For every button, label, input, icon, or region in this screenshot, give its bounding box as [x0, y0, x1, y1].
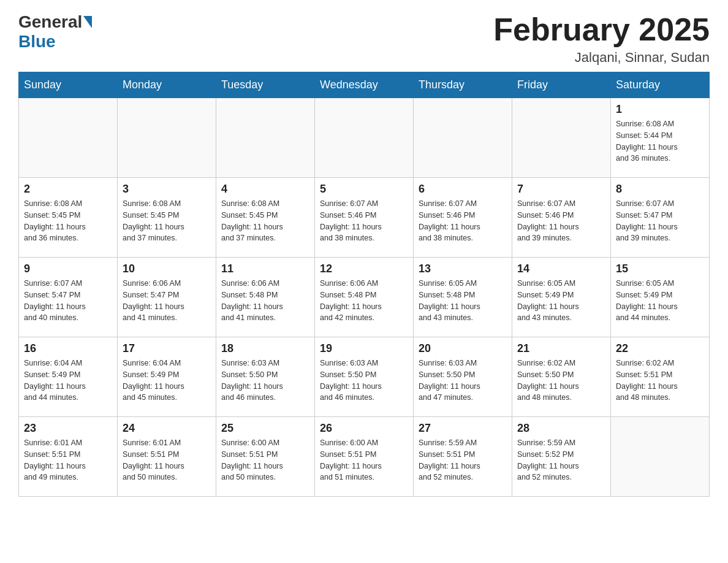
day-info: Sunrise: 6:05 AM Sunset: 5:48 PM Dayligh…	[419, 278, 507, 324]
calendar-empty-cell	[19, 98, 118, 178]
logo-triangle-icon	[83, 16, 92, 28]
day-number: 16	[24, 342, 112, 355]
calendar-day-11: 11Sunrise: 6:06 AM Sunset: 5:48 PM Dayli…	[216, 258, 315, 337]
column-header-monday: Monday	[118, 72, 216, 98]
day-info: Sunrise: 6:04 AM Sunset: 5:49 PM Dayligh…	[24, 358, 112, 404]
page-header: General Blue February 2025 Jalqani, Sinn…	[18, 12, 710, 66]
calendar-empty-cell	[315, 98, 414, 178]
day-number: 10	[123, 262, 211, 275]
calendar-day-26: 26Sunrise: 6:00 AM Sunset: 5:51 PM Dayli…	[315, 417, 414, 497]
calendar-day-21: 21Sunrise: 6:02 AM Sunset: 5:50 PM Dayli…	[512, 337, 611, 417]
day-number: 13	[419, 262, 507, 275]
day-info: Sunrise: 6:07 AM Sunset: 5:46 PM Dayligh…	[517, 198, 605, 244]
day-number: 17	[123, 342, 211, 355]
calendar-week-row: 1Sunrise: 6:08 AM Sunset: 5:44 PM Daylig…	[19, 98, 710, 178]
day-info: Sunrise: 6:05 AM Sunset: 5:49 PM Dayligh…	[517, 278, 605, 324]
day-number: 26	[320, 422, 408, 435]
calendar-empty-cell	[118, 98, 216, 178]
day-info: Sunrise: 6:06 AM Sunset: 5:48 PM Dayligh…	[320, 278, 408, 324]
day-info: Sunrise: 6:01 AM Sunset: 5:51 PM Dayligh…	[123, 437, 211, 483]
day-info: Sunrise: 6:08 AM Sunset: 5:44 PM Dayligh…	[616, 118, 704, 164]
day-number: 6	[419, 183, 507, 196]
calendar-day-6: 6Sunrise: 6:07 AM Sunset: 5:46 PM Daylig…	[414, 178, 512, 258]
day-info: Sunrise: 6:06 AM Sunset: 5:48 PM Dayligh…	[221, 278, 309, 324]
column-header-friday: Friday	[512, 72, 611, 98]
calendar-week-row: 2Sunrise: 6:08 AM Sunset: 5:45 PM Daylig…	[19, 178, 710, 258]
column-header-tuesday: Tuesday	[216, 72, 315, 98]
calendar-day-10: 10Sunrise: 6:06 AM Sunset: 5:47 PM Dayli…	[118, 258, 216, 337]
day-number: 18	[221, 342, 309, 355]
logo-blue-text: Blue	[18, 32, 56, 52]
day-number: 8	[616, 183, 704, 196]
column-header-thursday: Thursday	[414, 72, 512, 98]
logo-general-text: General	[18, 12, 82, 32]
calendar-week-row: 23Sunrise: 6:01 AM Sunset: 5:51 PM Dayli…	[19, 417, 710, 497]
day-info: Sunrise: 6:00 AM Sunset: 5:51 PM Dayligh…	[320, 437, 408, 483]
calendar-day-18: 18Sunrise: 6:03 AM Sunset: 5:50 PM Dayli…	[216, 337, 315, 417]
day-info: Sunrise: 6:00 AM Sunset: 5:51 PM Dayligh…	[221, 437, 309, 483]
day-number: 4	[221, 183, 309, 196]
day-info: Sunrise: 6:01 AM Sunset: 5:51 PM Dayligh…	[24, 437, 112, 483]
day-number: 25	[221, 422, 309, 435]
day-info: Sunrise: 6:02 AM Sunset: 5:50 PM Dayligh…	[517, 358, 605, 404]
day-number: 19	[320, 342, 408, 355]
calendar-empty-cell	[414, 98, 512, 178]
day-info: Sunrise: 5:59 AM Sunset: 5:51 PM Dayligh…	[419, 437, 507, 483]
calendar-header-row: SundayMondayTuesdayWednesdayThursdayFrid…	[19, 72, 710, 98]
calendar-day-28: 28Sunrise: 5:59 AM Sunset: 5:52 PM Dayli…	[512, 417, 611, 497]
calendar-day-27: 27Sunrise: 5:59 AM Sunset: 5:51 PM Dayli…	[414, 417, 512, 497]
calendar-day-20: 20Sunrise: 6:03 AM Sunset: 5:50 PM Dayli…	[414, 337, 512, 417]
day-info: Sunrise: 6:08 AM Sunset: 5:45 PM Dayligh…	[123, 198, 211, 244]
day-info: Sunrise: 6:03 AM Sunset: 5:50 PM Dayligh…	[320, 358, 408, 404]
calendar-day-9: 9Sunrise: 6:07 AM Sunset: 5:47 PM Daylig…	[19, 258, 118, 337]
logo: General Blue	[18, 12, 93, 52]
day-info: Sunrise: 6:07 AM Sunset: 5:47 PM Dayligh…	[616, 198, 704, 244]
day-number: 9	[24, 262, 112, 275]
title-section: February 2025 Jalqani, Sinnar, Sudan	[493, 12, 710, 66]
day-number: 22	[616, 342, 704, 355]
calendar-day-2: 2Sunrise: 6:08 AM Sunset: 5:45 PM Daylig…	[19, 178, 118, 258]
day-info: Sunrise: 6:07 AM Sunset: 5:46 PM Dayligh…	[320, 198, 408, 244]
month-year-title: February 2025	[493, 12, 710, 47]
day-number: 21	[517, 342, 605, 355]
calendar-week-row: 16Sunrise: 6:04 AM Sunset: 5:49 PM Dayli…	[19, 337, 710, 417]
day-info: Sunrise: 6:07 AM Sunset: 5:46 PM Dayligh…	[419, 198, 507, 244]
day-number: 11	[221, 262, 309, 275]
calendar-day-4: 4Sunrise: 6:08 AM Sunset: 5:45 PM Daylig…	[216, 178, 315, 258]
day-info: Sunrise: 6:08 AM Sunset: 5:45 PM Dayligh…	[221, 198, 309, 244]
day-number: 28	[517, 422, 605, 435]
day-number: 27	[419, 422, 507, 435]
calendar-day-7: 7Sunrise: 6:07 AM Sunset: 5:46 PM Daylig…	[512, 178, 611, 258]
calendar-empty-cell	[216, 98, 315, 178]
calendar-day-3: 3Sunrise: 6:08 AM Sunset: 5:45 PM Daylig…	[118, 178, 216, 258]
day-number: 3	[123, 183, 211, 196]
calendar-day-5: 5Sunrise: 6:07 AM Sunset: 5:46 PM Daylig…	[315, 178, 414, 258]
day-info: Sunrise: 5:59 AM Sunset: 5:52 PM Dayligh…	[517, 437, 605, 483]
day-number: 1	[616, 103, 704, 116]
calendar-day-16: 16Sunrise: 6:04 AM Sunset: 5:49 PM Dayli…	[19, 337, 118, 417]
day-info: Sunrise: 6:08 AM Sunset: 5:45 PM Dayligh…	[24, 198, 112, 244]
calendar-empty-cell	[512, 98, 611, 178]
day-number: 7	[517, 183, 605, 196]
calendar-empty-cell	[611, 417, 710, 497]
calendar-day-19: 19Sunrise: 6:03 AM Sunset: 5:50 PM Dayli…	[315, 337, 414, 417]
calendar-day-1: 1Sunrise: 6:08 AM Sunset: 5:44 PM Daylig…	[611, 98, 710, 178]
day-info: Sunrise: 6:03 AM Sunset: 5:50 PM Dayligh…	[221, 358, 309, 404]
day-number: 5	[320, 183, 408, 196]
day-info: Sunrise: 6:03 AM Sunset: 5:50 PM Dayligh…	[419, 358, 507, 404]
day-number: 23	[24, 422, 112, 435]
calendar-day-24: 24Sunrise: 6:01 AM Sunset: 5:51 PM Dayli…	[118, 417, 216, 497]
day-number: 20	[419, 342, 507, 355]
day-info: Sunrise: 6:07 AM Sunset: 5:47 PM Dayligh…	[24, 278, 112, 324]
calendar-week-row: 9Sunrise: 6:07 AM Sunset: 5:47 PM Daylig…	[19, 258, 710, 337]
calendar-day-12: 12Sunrise: 6:06 AM Sunset: 5:48 PM Dayli…	[315, 258, 414, 337]
column-header-sunday: Sunday	[19, 72, 118, 98]
day-number: 24	[123, 422, 211, 435]
day-info: Sunrise: 6:02 AM Sunset: 5:51 PM Dayligh…	[616, 358, 704, 404]
day-info: Sunrise: 6:05 AM Sunset: 5:49 PM Dayligh…	[616, 278, 704, 324]
calendar-day-15: 15Sunrise: 6:05 AM Sunset: 5:49 PM Dayli…	[611, 258, 710, 337]
day-info: Sunrise: 6:06 AM Sunset: 5:47 PM Dayligh…	[123, 278, 211, 324]
day-number: 14	[517, 262, 605, 275]
calendar-day-13: 13Sunrise: 6:05 AM Sunset: 5:48 PM Dayli…	[414, 258, 512, 337]
day-number: 12	[320, 262, 408, 275]
